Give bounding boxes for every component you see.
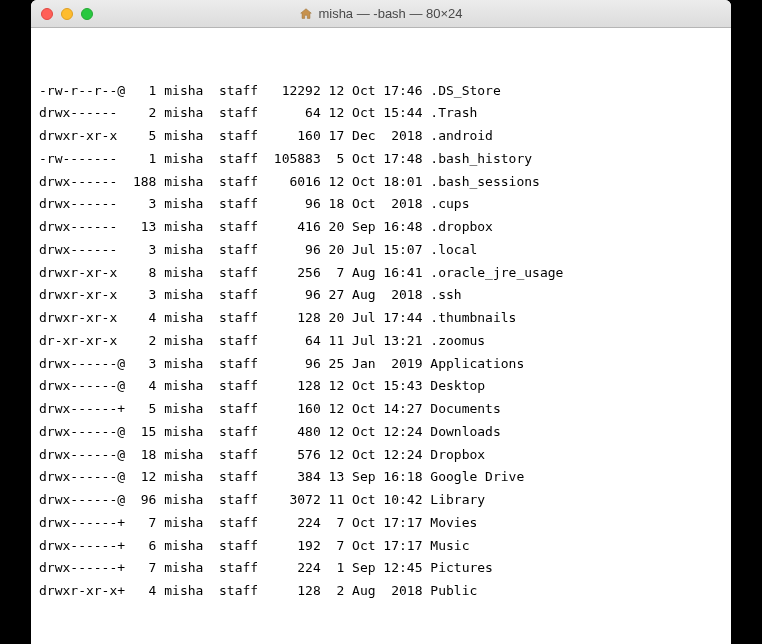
titlebar[interactable]: misha — -bash — 80×24 <box>31 0 731 28</box>
list-row: drwxr-xr-x+ 4 misha staff 128 2 Aug 2018… <box>39 580 723 603</box>
window-title-wrap: misha — -bash — 80×24 <box>31 6 731 21</box>
file-listing: -rw-r--r--@ 1 misha staff 12292 12 Oct 1… <box>39 80 723 603</box>
list-row: -rw-r--r--@ 1 misha staff 12292 12 Oct 1… <box>39 80 723 103</box>
traffic-lights <box>31 8 93 20</box>
list-row: drwx------@ 18 misha staff 576 12 Oct 12… <box>39 444 723 467</box>
list-row: drwx------ 188 misha staff 6016 12 Oct 1… <box>39 171 723 194</box>
list-row: drwx------@ 3 misha staff 96 25 Jan 2019… <box>39 353 723 376</box>
list-row: drwx------@ 96 misha staff 3072 11 Oct 1… <box>39 489 723 512</box>
list-row: dr-xr-xr-x 2 misha staff 64 11 Jul 13:21… <box>39 330 723 353</box>
list-row: drwxr-xr-x 5 misha staff 160 17 Dec 2018… <box>39 125 723 148</box>
list-row: drwxr-xr-x 3 misha staff 96 27 Aug 2018 … <box>39 284 723 307</box>
list-row: drwx------ 13 misha staff 416 20 Sep 16:… <box>39 216 723 239</box>
list-row: drwx------@ 15 misha staff 480 12 Oct 12… <box>39 421 723 444</box>
list-row: drwx------+ 6 misha staff 192 7 Oct 17:1… <box>39 535 723 558</box>
list-row: drwxr-xr-x 8 misha staff 256 7 Aug 16:41… <box>39 262 723 285</box>
list-row: drwxr-xr-x 4 misha staff 128 20 Jul 17:4… <box>39 307 723 330</box>
list-row: drwx------@ 4 misha staff 128 12 Oct 15:… <box>39 375 723 398</box>
list-row: drwx------ 2 misha staff 64 12 Oct 15:44… <box>39 102 723 125</box>
terminal-window: misha — -bash — 80×24 -rw-r--r--@ 1 mish… <box>31 0 731 644</box>
maximize-button[interactable] <box>81 8 93 20</box>
list-row: drwx------+ 7 misha staff 224 7 Oct 17:1… <box>39 512 723 535</box>
close-button[interactable] <box>41 8 53 20</box>
list-row: drwx------@ 12 misha staff 384 13 Sep 16… <box>39 466 723 489</box>
terminal-output[interactable]: -rw-r--r--@ 1 misha staff 12292 12 Oct 1… <box>31 28 731 644</box>
window-title: misha — -bash — 80×24 <box>318 6 462 21</box>
list-row: -rw------- 1 misha staff 105883 5 Oct 17… <box>39 148 723 171</box>
list-row: drwx------+ 5 misha staff 160 12 Oct 14:… <box>39 398 723 421</box>
home-icon <box>299 7 313 21</box>
list-row: drwx------ 3 misha staff 96 20 Jul 15:07… <box>39 239 723 262</box>
list-row: drwx------+ 7 misha staff 224 1 Sep 12:4… <box>39 557 723 580</box>
list-row: drwx------ 3 misha staff 96 18 Oct 2018 … <box>39 193 723 216</box>
minimize-button[interactable] <box>61 8 73 20</box>
